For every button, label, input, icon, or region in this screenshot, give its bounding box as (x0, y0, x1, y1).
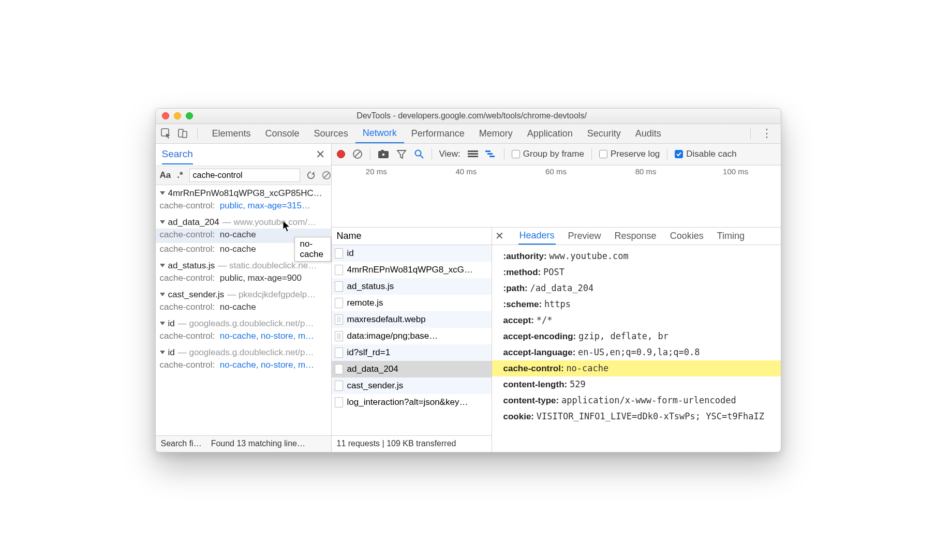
tooltip: no-cache (294, 237, 331, 262)
file-icon (335, 248, 343, 259)
close-icon[interactable]: ✕ (316, 148, 325, 161)
search-result-line[interactable]: cache-control: no-cache, no-store, m… (156, 359, 331, 373)
maximize-window-button[interactable] (186, 112, 193, 119)
traffic-lights (162, 112, 193, 119)
search-input[interactable] (189, 169, 300, 182)
inspect-element-icon[interactable] (161, 128, 171, 139)
tab-sources[interactable]: Sources (307, 124, 355, 143)
header-row[interactable]: cookie: VISITOR_INFO1_LIVE=dDk0-xTswPs; … (492, 408, 781, 425)
svg-rect-13 (468, 153, 478, 155)
svg-point-10 (415, 150, 421, 156)
search-result-file[interactable]: id — googleads.g.doubleclick.net/p… (156, 315, 331, 330)
capture-screenshots-icon[interactable] (378, 149, 389, 159)
minimize-window-button[interactable] (174, 112, 181, 119)
header-row[interactable]: accept: */* (492, 312, 781, 328)
search-footer: Search fi… Found 13 matching line… (156, 435, 331, 452)
clear-log-icon[interactable] (352, 149, 363, 159)
search-result-file[interactable]: ad_data_204 — www.youtube.com/… (156, 214, 331, 229)
tab-audits[interactable]: Audits (628, 124, 668, 143)
timeline-tick: 40 ms (421, 167, 511, 176)
request-row[interactable]: id?slf_rd=1 (332, 344, 492, 361)
more-options-icon[interactable]: ⋮ (758, 127, 776, 140)
search-result-line[interactable]: cache-control: public, max-age=900 (156, 272, 331, 286)
disable-cache-toggle[interactable]: Disable cach (675, 149, 736, 159)
header-row[interactable]: :method: POST (492, 264, 781, 280)
tab-performance[interactable]: Performance (404, 124, 472, 143)
request-row[interactable]: log_interaction?alt=json&key… (332, 394, 492, 411)
devtools-panel-tabs: ElementsConsoleSourcesNetworkPerformance… (156, 124, 781, 144)
request-name: log_interaction?alt=json&key… (347, 397, 468, 407)
header-row[interactable]: content-length: 529 (492, 376, 781, 392)
refresh-icon[interactable] (306, 171, 316, 180)
tab-console[interactable]: Console (258, 124, 307, 143)
tab-elements[interactable]: Elements (205, 124, 258, 143)
view-waterfall-icon[interactable] (485, 150, 497, 158)
search-result-line[interactable]: cache-control: no-cache (156, 301, 331, 315)
network-timeline[interactable]: 20 ms40 ms60 ms80 ms100 ms (332, 165, 781, 228)
file-icon (335, 397, 343, 407)
svg-rect-17 (489, 156, 495, 157)
header-row[interactable]: :scheme: https (492, 296, 781, 312)
devtools-window: DevTools - developers.google.com/web/too… (155, 108, 781, 452)
request-row[interactable]: ad_status.js (332, 278, 492, 295)
detail-tab-preview[interactable]: Preview (567, 227, 602, 245)
tab-application[interactable]: Application (520, 124, 580, 143)
svg-point-9 (382, 154, 384, 156)
header-row[interactable]: :authority: www.youtube.com (492, 248, 781, 264)
record-button[interactable] (337, 150, 345, 158)
tab-security[interactable]: Security (580, 124, 628, 143)
request-row[interactable]: ad_data_204 (332, 361, 492, 377)
svg-line-11 (420, 155, 423, 158)
search-result-file[interactable]: cast_sender.js — pkedcjkdefgpdelp… (156, 286, 331, 301)
svg-rect-2 (183, 131, 187, 138)
detail-tab-headers[interactable]: Headers (518, 227, 556, 245)
header-row[interactable]: accept-encoding: gzip, deflate, br (492, 328, 781, 344)
file-icon (335, 314, 343, 325)
request-name: maxresdefault.webp (347, 314, 426, 325)
header-row[interactable]: accept-language: en-US,en;q=0.9,la;q=0.8 (492, 344, 781, 360)
request-row[interactable]: 4mrRnEPnWo81qWPG8_xcG… (332, 262, 492, 278)
chevron-down-icon (160, 322, 165, 325)
header-row[interactable]: :path: /ad_data_204 (492, 280, 781, 296)
svg-line-6 (354, 151, 361, 157)
preserve-log-toggle[interactable]: Preserve log (599, 149, 660, 159)
search-result-file[interactable]: 4mrRnEPnWo81qWPG8_xcGP85HC… (156, 185, 331, 200)
file-icon (335, 298, 343, 308)
close-window-button[interactable] (162, 112, 169, 119)
detail-tab-timing[interactable]: Timing (716, 227, 746, 245)
network-toolbar: View: Group by frame Preserve log (332, 144, 781, 165)
search-result-file[interactable]: id — googleads.g.doubleclick.net/p… (156, 344, 331, 359)
clear-icon[interactable] (322, 171, 331, 180)
header-row[interactable]: cache-control: no-cache (492, 360, 781, 376)
network-pane: View: Group by frame Preserve log (332, 144, 781, 452)
search-result-line[interactable]: cache-control: no-cache, no-store, m… (156, 330, 331, 344)
request-row[interactable]: maxresdefault.webp (332, 311, 492, 328)
header-row[interactable]: content-type: application/x-www-form-url… (492, 392, 781, 408)
detail-tab-response[interactable]: Response (614, 227, 658, 245)
detail-tab-cookies[interactable]: Cookies (669, 227, 705, 245)
name-column-header[interactable]: Name (332, 228, 492, 245)
request-row[interactable]: remote.js (332, 295, 492, 311)
device-toolbar-icon[interactable] (177, 128, 188, 139)
filter-icon[interactable] (396, 149, 407, 159)
regex-toggle[interactable]: .* (177, 170, 183, 180)
headers-list: :authority: www.youtube.com:method: POST… (492, 245, 781, 452)
request-row[interactable]: data:image/png;base… (332, 328, 492, 344)
request-list: Name id4mrRnEPnWo81qWPG8_xcG…ad_status.j… (332, 228, 492, 452)
view-label: View: (439, 149, 460, 159)
request-row[interactable]: cast_sender.js (332, 377, 492, 394)
tab-memory[interactable]: Memory (472, 124, 520, 143)
timeline-tick: 60 ms (511, 167, 601, 176)
tab-network[interactable]: Network (355, 124, 404, 143)
search-result-line[interactable]: cache-control: public, max-age=315… (156, 200, 331, 214)
detail-tabs: ✕ HeadersPreviewResponseCookiesTiming (492, 228, 781, 245)
group-by-frame-toggle[interactable]: Group by frame (512, 149, 584, 159)
request-name: data:image/png;base… (347, 331, 438, 341)
close-detail-icon[interactable]: ✕ (495, 230, 504, 242)
svg-line-4 (324, 173, 329, 177)
view-large-rows-icon[interactable] (468, 150, 478, 158)
match-case-toggle[interactable]: Aa (160, 170, 171, 180)
search-icon[interactable] (414, 149, 424, 159)
request-row[interactable]: id (332, 245, 492, 262)
request-name: remote.js (347, 298, 383, 308)
